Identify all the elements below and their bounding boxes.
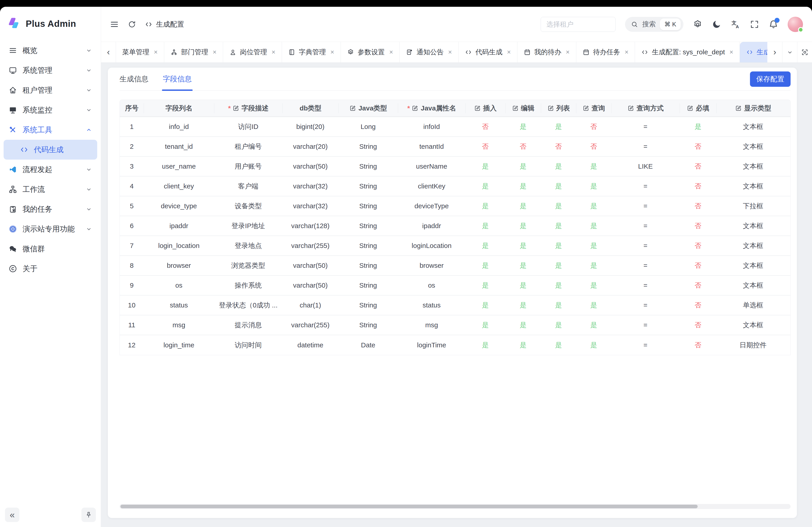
cell[interactable]: 是 [505,241,541,251]
tabs-dropdown-icon[interactable] [782,42,797,62]
sidebar-item-my-tasks[interactable]: 我的任务 [4,199,97,219]
cell[interactable]: 是 [465,182,505,191]
cell[interactable]: String [338,202,398,210]
cell[interactable]: = [611,222,680,230]
global-search-button[interactable]: 搜索 ⌘ K [625,17,683,32]
cell[interactable]: 是 [576,341,611,350]
cell[interactable]: 否 [680,261,716,270]
cell[interactable]: 是 [465,281,505,290]
cell[interactable]: 是 [541,281,576,290]
cell[interactable]: 是 [576,281,611,290]
cell[interactable]: = [611,143,680,150]
page-tab-dict-mgmt[interactable]: 字典管理× [282,42,341,62]
hamburger-menu-icon[interactable] [110,20,119,29]
cell[interactable]: 操作系统 [214,281,282,290]
cell[interactable]: 是 [465,162,505,171]
cell[interactable]: = [611,301,680,309]
cell[interactable]: 登录IP地址 [214,221,282,230]
cell[interactable]: String [338,321,398,329]
close-icon[interactable]: × [566,48,570,56]
cell[interactable]: 文本框 [716,122,790,132]
cell[interactable]: = [611,202,680,210]
refresh-icon[interactable] [128,20,136,29]
cell[interactable]: 否 [680,241,716,251]
page-tab-todo-tasks[interactable]: 待办任务× [576,42,635,62]
cell[interactable]: String [338,301,398,309]
cell[interactable]: 否 [680,281,716,290]
close-icon[interactable]: × [213,48,217,56]
sidebar-pin-button[interactable] [82,508,96,522]
cell[interactable]: 是 [465,221,505,230]
sidebar-item-system[interactable]: 系统管理 [4,60,97,80]
cell[interactable]: = [611,182,680,190]
sidebar-item-about[interactable]: 关于 [4,259,97,278]
cell[interactable]: Date [338,341,398,349]
cell[interactable]: = [611,341,680,349]
cell[interactable]: 是 [465,341,505,350]
cell[interactable]: = [611,282,680,289]
cell[interactable]: loginTime [398,341,465,349]
close-icon[interactable]: × [507,48,511,56]
cell[interactable]: 是 [541,122,576,132]
tenant-select-input[interactable] [541,17,615,32]
cell[interactable]: userName [398,163,465,170]
sidebar-item-wechat[interactable]: 微信群 [4,239,97,259]
cell[interactable]: 是 [541,341,576,350]
cell[interactable]: msg [398,321,465,329]
user-avatar[interactable] [788,17,803,32]
cell[interactable]: String [338,242,398,250]
cell[interactable]: tenantId [398,143,465,150]
scrollbar-thumb[interactable] [120,505,698,508]
cell[interactable]: 否 [680,341,716,350]
cell[interactable]: 否 [680,162,716,171]
sidebar-item-tenant[interactable]: 租户管理 [4,80,97,100]
content-fullscreen-icon[interactable] [797,42,812,62]
cell[interactable]: 日期控件 [716,341,790,350]
cell[interactable]: 否 [465,122,505,132]
close-icon[interactable]: × [272,48,275,56]
page-tab-dept-mgmt[interactable]: 部门管理× [164,42,223,62]
page-tab-codegen[interactable]: 代码生成× [459,42,518,62]
translate-icon[interactable]: 文A [731,20,740,29]
cell[interactable]: 用户账号 [214,162,282,171]
cell[interactable]: 是 [576,182,611,191]
cell[interactable]: 是 [505,320,541,330]
page-tab-my-todo[interactable]: 我的待办× [518,42,576,62]
cell[interactable]: Long [338,123,398,131]
cell[interactable]: 下拉框 [716,201,790,211]
cell[interactable]: 是 [541,182,576,191]
cell[interactable]: 是 [505,341,541,350]
cell[interactable]: 否 [541,142,576,151]
cell[interactable]: 是 [505,261,541,270]
cell[interactable]: 文本框 [716,142,790,151]
cell[interactable]: = [611,242,680,250]
cell[interactable]: 是 [541,320,576,330]
cell[interactable]: 是 [576,201,611,211]
cell[interactable]: 是 [576,301,611,310]
sidebar-collapse-button[interactable]: « [5,508,19,522]
close-icon[interactable]: × [389,48,393,56]
cell[interactable]: 否 [680,221,716,230]
cell[interactable]: 否 [576,122,611,132]
cell[interactable]: deviceType [398,202,465,210]
cell[interactable]: ipaddr [398,222,465,230]
sidebar-item-overview[interactable]: 概览 [4,41,97,60]
cell[interactable]: 是 [541,201,576,211]
cell[interactable]: clientKey [398,182,465,190]
save-config-button[interactable]: 保存配置 [750,72,791,87]
cell[interactable]: 文本框 [716,182,790,191]
cell[interactable]: 文本框 [716,241,790,251]
cell[interactable]: 访问时间 [214,341,282,350]
page-tab-menu-mgmt[interactable]: 菜单管理× [116,42,164,62]
cell[interactable]: 客户端 [214,182,282,191]
cell[interactable]: = [611,262,680,269]
cell[interactable]: os [398,282,465,289]
page-tab-gen-role-dept[interactable]: 生成配置: sys_role_dept× [635,42,740,62]
cell[interactable]: 否 [680,301,716,310]
cell[interactable]: 文本框 [716,261,790,270]
cell[interactable]: 是 [505,201,541,211]
tabs-scroll-right-icon[interactable]: › [767,42,782,62]
cell[interactable]: 是 [505,301,541,310]
cell[interactable]: 文本框 [716,281,790,290]
cell[interactable]: browser [398,262,465,269]
